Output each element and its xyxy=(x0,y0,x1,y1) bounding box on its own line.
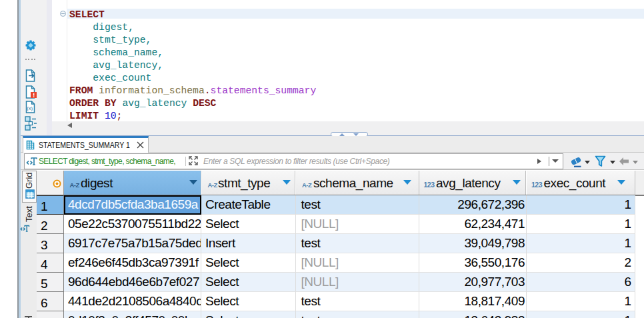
svg-text:(x): (x) xyxy=(27,105,33,111)
